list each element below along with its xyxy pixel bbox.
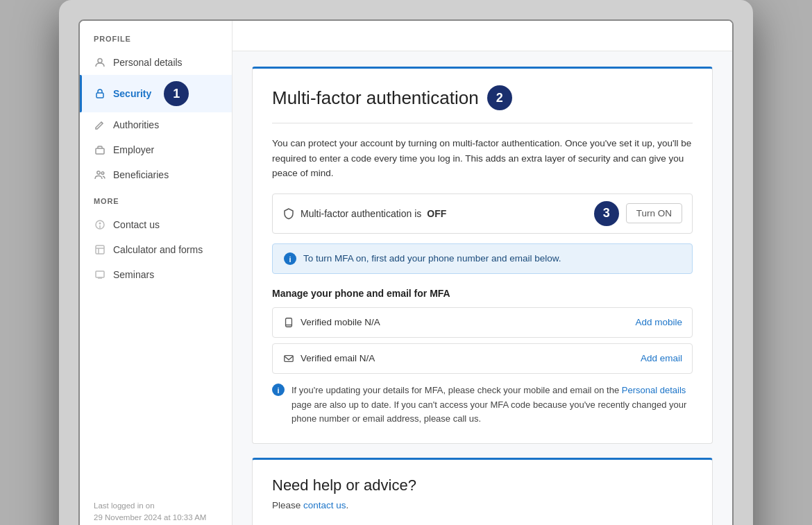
mfa-status-value: OFF	[427, 208, 446, 219]
mfa-status-row: Multi-factor authentication is OFF 3 Tur…	[272, 193, 693, 234]
badge-3: 3	[594, 201, 619, 226]
help-title: Need help or advice?	[272, 476, 693, 494]
top-bar	[232, 21, 732, 51]
sidebar-item-beneficiaries[interactable]: Beneficiaries	[80, 162, 232, 187]
verified-mobile-label: Verified mobile N/A	[282, 316, 635, 329]
sidebar-item-seminars[interactable]: Seminars	[80, 262, 232, 287]
edit-icon	[94, 119, 106, 131]
employer-icon	[94, 144, 106, 156]
lock-icon	[94, 87, 106, 100]
svg-point-0	[98, 59, 102, 63]
svg-rect-17	[285, 355, 293, 361]
verified-email-label: Verified email N/A	[282, 352, 641, 365]
svg-text:i: i	[289, 255, 291, 263]
sidebar-item-label-security: Security	[113, 88, 151, 99]
sidebar-item-label-seminars: Seminars	[113, 269, 154, 280]
contact-us-link[interactable]: contact us	[303, 500, 346, 510]
sidebar-item-personal-details[interactable]: Personal details	[80, 50, 232, 75]
people-icon	[94, 169, 106, 181]
sidebar-item-authorities[interactable]: Authorities	[80, 112, 232, 137]
sidebar-item-label-contact-us: Contact us	[113, 219, 160, 230]
mfa-status-label: Multi-factor authentication is	[301, 208, 421, 219]
turn-on-button[interactable]: Turn ON	[626, 203, 682, 223]
svg-point-6	[99, 223, 101, 225]
help-card: Need help or advice? Please contact us.	[252, 458, 713, 525]
badge-2: 2	[487, 85, 512, 110]
svg-rect-7	[96, 246, 104, 254]
calculator-icon	[94, 243, 106, 256]
mfa-section-card: Multi-factor authentication 2 You can pr…	[252, 67, 713, 444]
info-banner: i To turn MFA on, first add your phone n…	[272, 243, 693, 274]
sidebar-item-employer[interactable]: Employer	[80, 137, 232, 162]
mfa-description: You can protect your account by turning …	[272, 136, 693, 181]
svg-point-4	[101, 172, 104, 175]
sidebar-item-label-personal-details: Personal details	[113, 57, 183, 68]
sidebar-item-label-authorities: Authorities	[113, 119, 159, 130]
info-note: i If you're updating your details for MF…	[272, 384, 693, 427]
email-icon	[282, 352, 295, 365]
person-icon	[94, 56, 106, 69]
main-content: Multi-factor authentication 2 You can pr…	[232, 21, 732, 525]
shield-status-icon	[282, 207, 295, 220]
contact-icon	[94, 218, 106, 231]
info-icon: i	[284, 252, 296, 265]
svg-point-3	[97, 171, 100, 174]
help-text: Please contact us.	[272, 500, 693, 510]
svg-rect-1	[96, 93, 103, 98]
phone-icon	[282, 316, 295, 329]
manage-title: Manage your phone and email for MFA	[272, 288, 693, 299]
section-divider	[272, 123, 693, 123]
note-info-icon: i	[272, 384, 285, 396]
sidebar: PROFILE Personal details	[80, 21, 232, 525]
info-banner-text: To turn MFA on, first add your phone num…	[303, 253, 561, 264]
sidebar-footer: Last logged in on 29 November 2024 at 10…	[80, 490, 232, 525]
mfa-status-text: Multi-factor authentication is OFF	[282, 207, 589, 220]
svg-rect-15	[286, 318, 292, 327]
add-email-link[interactable]: Add email	[641, 353, 682, 363]
last-logged-label: Last logged in on	[94, 500, 218, 512]
page-title: Multi-factor authentication 2	[272, 85, 693, 110]
svg-text:i: i	[277, 386, 279, 394]
info-note-text: If you're updating your details for MFA,…	[291, 384, 693, 427]
sidebar-item-label-beneficiaries: Beneficiaries	[113, 169, 169, 180]
personal-details-link[interactable]: Personal details	[622, 385, 686, 395]
verified-mobile-row: Verified mobile N/A Add mobile	[272, 307, 693, 338]
last-logged-date: 29 November 2024 at 10:33 AM	[94, 512, 218, 524]
sidebar-more-label: MORE	[80, 187, 232, 212]
badge-1: 1	[164, 81, 189, 106]
svg-rect-10	[96, 271, 104, 277]
seminars-icon	[94, 268, 106, 281]
svg-rect-2	[96, 148, 104, 154]
sidebar-profile-label: PROFILE	[80, 35, 232, 50]
add-mobile-link[interactable]: Add mobile	[635, 317, 682, 327]
sidebar-item-security[interactable]: Security 1	[80, 75, 232, 112]
sidebar-item-label-calculator-forms: Calculator and forms	[113, 244, 203, 255]
sidebar-item-calculator-forms[interactable]: Calculator and forms	[80, 237, 232, 262]
sidebar-item-contact-us[interactable]: Contact us	[80, 212, 232, 237]
sidebar-item-label-employer: Employer	[113, 144, 154, 155]
verified-email-row: Verified email N/A Add email	[272, 343, 693, 374]
